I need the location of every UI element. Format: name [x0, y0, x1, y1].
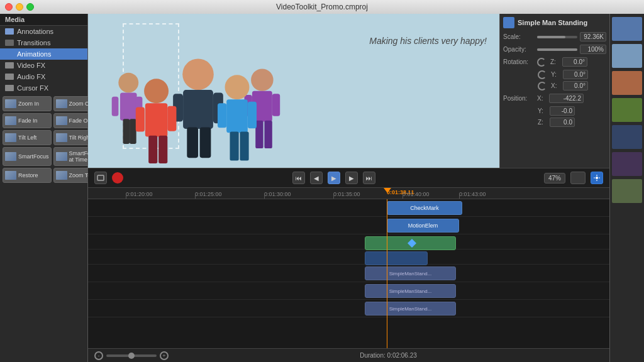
ruler-mark-4: 0:01:40:00	[402, 191, 430, 197]
scale-value[interactable]: 92.36K	[580, 32, 606, 41]
clip-row2[interactable]	[365, 236, 456, 250]
svg-rect-25	[226, 99, 248, 133]
nav-transitions[interactable]: Transitions	[0, 37, 87, 48]
svg-point-6	[182, 58, 214, 90]
track-row-2	[88, 234, 609, 250]
svg-rect-1	[120, 93, 137, 121]
clip-checkmark[interactable]: CheckMark	[387, 201, 462, 215]
fr-thumb-2[interactable]	[612, 71, 642, 95]
timeline-ruler: 0:01:38.11 0:01:20:00 0:01:25:00 0:01:30…	[88, 188, 609, 199]
svg-point-24	[225, 75, 250, 99]
far-right-panel	[609, 14, 644, 362]
clip-row3[interactable]	[365, 251, 428, 265]
position-z-value[interactable]: 0.0	[550, 118, 575, 127]
opacity-label: Opacity:	[503, 46, 535, 53]
traffic-lights[interactable]	[5, 3, 34, 11]
fr-thumb-3[interactable]	[612, 98, 642, 122]
nav-audiofx[interactable]: Audio FX	[0, 71, 87, 82]
playhead-arrow	[384, 188, 391, 193]
nav-videofx[interactable]: Video FX	[0, 60, 87, 71]
rotation-y-value[interactable]: 0.0°	[563, 70, 588, 79]
timeline-area[interactable]: 0:01:38.11 0:01:20:00 0:01:25:00 0:01:30…	[88, 188, 609, 348]
close-button[interactable]	[5, 3, 13, 11]
rotation-z-value[interactable]: 0.0°	[562, 57, 587, 67]
clip-motionelem[interactable]: MotionElem	[387, 219, 459, 233]
position-y-value[interactable]: -0.0	[550, 106, 575, 116]
opacity-slider[interactable]	[537, 48, 577, 51]
screen-capture-button[interactable]	[94, 172, 107, 184]
view-toggle-button[interactable]	[570, 172, 586, 184]
restore-thumb	[5, 171, 16, 180]
rewind-button[interactable]: ◀	[310, 172, 323, 184]
fr-thumb-4[interactable]	[612, 125, 642, 149]
ruler-mark-5: 0:01:43:00	[459, 191, 486, 197]
svg-rect-27	[248, 102, 257, 129]
ruler-mark-0: 0:01:20:00	[126, 191, 153, 197]
svg-rect-20	[136, 107, 145, 132]
prev-frame-button[interactable]: ⏮	[292, 172, 305, 184]
scale-slider[interactable]	[537, 36, 577, 38]
zoom-out-icon[interactable]: -	[94, 351, 103, 360]
track-row-1: MotionElem	[88, 217, 609, 234]
props-panel-title: Simple Man Standing	[503, 17, 606, 28]
zoom-track[interactable]	[106, 354, 157, 357]
zoom-display[interactable]: 47%	[544, 173, 565, 184]
svg-marker-32	[408, 239, 416, 248]
anim-smartfocus[interactable]: SmartFocus	[3, 147, 52, 166]
zoom-in-icon[interactable]: +	[160, 351, 169, 360]
rotation-label: Rotation:	[503, 58, 535, 65]
fr-thumb-6[interactable]	[612, 179, 642, 203]
anim-tilt-left[interactable]: Tilt Left	[3, 130, 52, 145]
clip-simple-man-1-label: SimpleManStand...	[387, 271, 434, 277]
clip-simple-man-1[interactable]: SimpleManStand...	[365, 266, 456, 280]
settings-icon	[593, 174, 601, 182]
rotation-row: Rotation: Z: 0.0°	[503, 57, 606, 67]
anim-fade-in[interactable]: Fade In	[3, 113, 52, 128]
nav-transitions-label: Transitions	[17, 39, 50, 47]
nav-animations[interactable]: Animations	[0, 48, 87, 60]
rotation-y-row: Y: 0.0°	[538, 70, 606, 79]
svg-rect-10	[187, 127, 198, 158]
play-button[interactable]: ▶	[328, 172, 340, 184]
record-button[interactable]	[112, 172, 123, 184]
opacity-value[interactable]: 100%	[580, 45, 606, 54]
settings-button[interactable]	[591, 172, 603, 184]
clip-simple-man-2-label: SimpleManStand...	[387, 288, 434, 294]
forward-button[interactable]: ▶	[345, 172, 358, 184]
left-panel-header: Media	[0, 14, 87, 26]
nav-annotations[interactable]: Annotations	[0, 26, 87, 37]
position-x-value[interactable]: -422.2	[549, 94, 584, 103]
minimize-button[interactable]	[16, 3, 23, 11]
smartfocus-at-time-thumb	[56, 152, 67, 161]
video-preview: Making his clients very happy!	[88, 14, 499, 168]
motion-icon	[408, 239, 416, 248]
maximize-button[interactable]	[26, 3, 34, 11]
svg-rect-16	[255, 121, 263, 148]
svg-rect-4	[123, 119, 130, 144]
nav-cursorfx-label: Cursor FX	[17, 84, 48, 92]
nav-audiofx-label: Audio FX	[17, 73, 45, 80]
rotation-x-row: X: 0.0°	[538, 81, 606, 90]
clip-simple-man-2[interactable]: SimpleManStand...	[365, 284, 456, 298]
nav-cursorfx[interactable]: Cursor FX	[0, 82, 87, 94]
fade-in-thumb	[5, 116, 16, 125]
fr-thumb-1[interactable]	[612, 44, 642, 68]
rotation-x-value[interactable]: 0.0°	[563, 81, 588, 90]
fr-thumb-0[interactable]	[612, 17, 642, 41]
transport-bar: ⏮ ◀ ▶ ▶ ⏭ 47%	[88, 168, 609, 188]
tilt-right-thumb	[56, 133, 67, 142]
zoom-thumb[interactable]	[128, 353, 135, 359]
svg-rect-15	[272, 94, 280, 116]
fr-thumb-5[interactable]	[612, 152, 642, 176]
next-frame-button[interactable]: ⏭	[363, 172, 375, 184]
clip-checkmark-label: CheckMark	[408, 205, 441, 211]
tilt-left-thumb	[5, 133, 16, 142]
left-panel: Media Annotations Transitions Animations…	[0, 14, 88, 362]
zoom-slider-container: - +	[94, 351, 169, 360]
clip-simple-man-3[interactable]: SimpleManStand...	[365, 302, 456, 315]
fade-in-label: Fade In	[18, 118, 38, 124]
anim-zoom-in[interactable]: Zoom In	[3, 96, 52, 111]
anim-restore[interactable]: Restore	[3, 168, 52, 183]
duration-text: Duration: 0:02:06.23	[174, 352, 603, 359]
track-row-4: SimpleManStand...	[88, 265, 609, 282]
